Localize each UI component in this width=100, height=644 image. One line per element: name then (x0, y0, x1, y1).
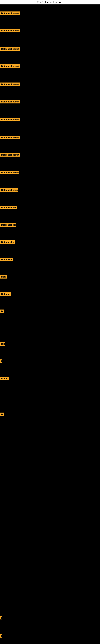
badge-label: Bottleneck result (0, 136, 20, 139)
bottleneck-badge: Bo (0, 412, 4, 417)
badge-label: Bottleneck result (0, 82, 20, 86)
bottleneck-badge: Bottleneck result (0, 153, 20, 158)
badge-label: Bottl (0, 275, 7, 278)
badge-label: Bo (0, 412, 4, 416)
bottleneck-badge: Bottleneck result (0, 118, 20, 122)
bottleneck-badge: Bottlene (0, 292, 11, 297)
badge-label: Bottleneck result (0, 47, 20, 51)
bottleneck-badge: Bottleneck result (0, 64, 20, 69)
bottleneck-badge: Bottleneck result (0, 188, 18, 192)
bottleneck-badge: Bottleneck result (0, 171, 19, 175)
bottleneck-badge: | (0, 616, 2, 620)
badge-label: Bottle (0, 377, 9, 380)
bottleneck-badge: Bottleneck res (0, 223, 16, 228)
badge-label: Bottleneck result (0, 188, 18, 192)
bottleneck-badge: Bottle (0, 377, 9, 381)
bottleneck-badge: Bottleneck res (0, 206, 17, 210)
badge-label: Bottlene (0, 292, 11, 296)
bottleneck-badge: Bot (0, 342, 5, 346)
badge-label: | (0, 634, 2, 638)
bottleneck-badge: Bottleneck re (0, 240, 15, 245)
bottleneck-badge: | (0, 634, 2, 638)
badge-label: Bottleneck res (0, 223, 16, 226)
badge-label: Bottleneck result (0, 118, 20, 121)
badge-label: Bottleneck re (0, 240, 15, 244)
badge-label: B (0, 360, 2, 363)
bottleneck-badge: Bottleneck result (0, 136, 20, 140)
badge-label: Bot (0, 342, 5, 346)
site-title: TheBottlenecker.com (0, 0, 100, 4)
bottleneck-badge: Bottleneck result (0, 12, 20, 16)
badge-label: Bottleneck res (0, 206, 17, 209)
badge-label: Bottleneck result (0, 100, 20, 104)
badge-label: Bo (0, 310, 4, 313)
bottleneck-badge: B (0, 360, 2, 364)
badge-label: Bottleneck result (0, 12, 20, 15)
bottleneck-badge: Bottleneck (0, 258, 13, 262)
badge-label: Bottleneck (0, 258, 13, 261)
badge-label: | (0, 616, 2, 620)
bottleneck-badge: Bottleneck result (0, 29, 20, 33)
badge-label: Bottleneck result (0, 153, 20, 156)
bottleneck-badge: Bottleneck result (0, 100, 20, 104)
bottleneck-badge: Bottl (0, 275, 7, 279)
badge-label: Bottleneck result (0, 64, 20, 68)
badge-label: Bottleneck result (0, 29, 20, 32)
bottleneck-badge: Bo (0, 310, 4, 314)
bottleneck-badge: Bottleneck result (0, 82, 20, 87)
badge-label: Bottleneck result (0, 171, 19, 174)
bottleneck-badge: Bottleneck result (0, 47, 20, 52)
